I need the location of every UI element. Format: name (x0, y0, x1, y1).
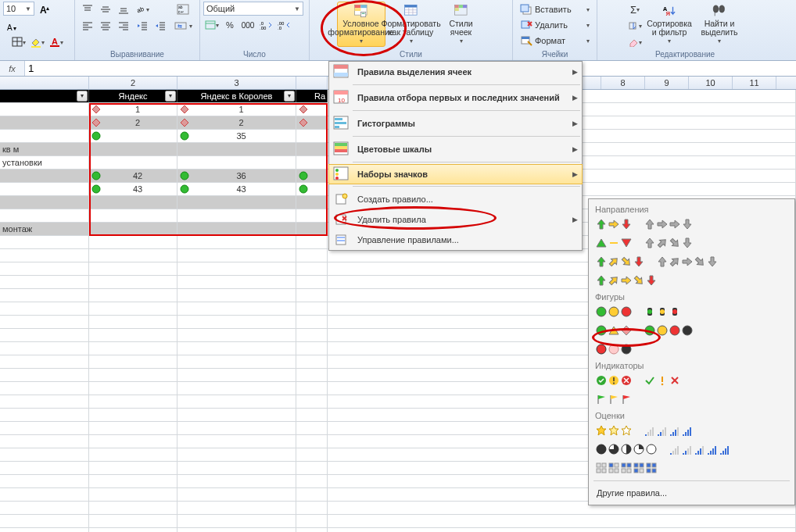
cell[interactable] (177, 342, 296, 355)
cell[interactable] (89, 435, 177, 448)
menu-item-manage-rules[interactable]: Управление правилами... (329, 230, 582, 250)
cell[interactable] (0, 183, 89, 195)
sort-filter-button[interactable]: AЯ Сортировка и фильтр▾ (645, 2, 694, 47)
cell[interactable] (177, 249, 296, 262)
cell[interactable] (0, 342, 89, 355)
cell[interactable] (89, 369, 177, 381)
cell[interactable] (0, 435, 89, 448)
cell[interactable] (0, 236, 89, 248)
icon-set-option[interactable] (654, 253, 720, 270)
cell[interactable] (296, 302, 328, 315)
column-header[interactable]: 2 (89, 77, 177, 89)
cell[interactable] (177, 276, 296, 288)
icon-set-option[interactable] (593, 234, 634, 252)
cell[interactable] (89, 502, 177, 514)
percent-button[interactable]: % (221, 17, 238, 33)
cell[interactable] (177, 475, 296, 487)
icon-set-option[interactable] (593, 303, 634, 320)
cell[interactable] (89, 329, 177, 341)
icon-set-option[interactable] (642, 372, 683, 389)
cell[interactable] (89, 488, 177, 501)
menu-item-top-bottom[interactable]: 10Правила отбора первых и последних знач… (329, 87, 582, 108)
column-header[interactable]: 3 (177, 77, 296, 89)
cell[interactable] (177, 316, 296, 328)
cell[interactable] (89, 382, 177, 395)
align-center-button[interactable] (97, 18, 114, 34)
icon-set-option[interactable] (642, 303, 683, 320)
cell[interactable] (177, 355, 296, 368)
cell[interactable] (0, 502, 89, 514)
borders-button[interactable]: ▾ (10, 34, 27, 50)
cell[interactable] (0, 475, 89, 487)
menu-item-new-rule[interactable]: Создать правило... (329, 189, 582, 209)
icon-set-option[interactable] (593, 253, 647, 270)
comma-style-button[interactable]: 000 (239, 17, 256, 33)
cell[interactable] (177, 289, 296, 302)
align-bottom-button[interactable] (115, 2, 132, 17)
cell[interactable] (0, 103, 89, 116)
cell[interactable] (296, 289, 328, 302)
cell[interactable] (89, 462, 177, 474)
icon-set-option[interactable] (593, 422, 634, 439)
cell[interactable] (0, 448, 89, 461)
align-middle-button[interactable] (97, 2, 114, 17)
cell[interactable] (296, 422, 328, 434)
cell[interactable] (296, 316, 328, 328)
cell[interactable] (0, 528, 89, 532)
column-header[interactable]: 11 (733, 77, 776, 89)
format-button[interactable]: Формат▾ (516, 33, 593, 48)
table-header-cell[interactable]: Яндекс в Королев▾ (177, 90, 296, 102)
font-color-button[interactable]: A▾ (48, 34, 65, 50)
cell[interactable] (177, 515, 296, 527)
cell[interactable] (0, 130, 89, 142)
cell[interactable] (0, 116, 89, 129)
fill-button[interactable]: ▾ (626, 18, 644, 34)
icon-set-option[interactable] (593, 341, 634, 358)
conditional-formatting-button[interactable]: Условное форматирование▾ (337, 2, 385, 47)
cell[interactable] (0, 316, 89, 328)
cell[interactable] (296, 329, 328, 341)
cell[interactable] (296, 369, 328, 381)
icon-set-option[interactable] (642, 234, 695, 252)
cell-styles-button[interactable]: Стили ячеек▾ (437, 2, 486, 47)
icon-set-option[interactable] (593, 391, 634, 408)
cell[interactable] (0, 209, 89, 222)
increase-font-button[interactable]: A▴ (36, 2, 53, 17)
cell[interactable] (0, 395, 89, 408)
decrease-decimal-button[interactable]: ,00,0 (275, 17, 292, 33)
icon-set-option[interactable] (642, 422, 695, 439)
cell[interactable] (89, 249, 177, 262)
cell[interactable] (0, 462, 89, 474)
cell[interactable] (177, 409, 296, 421)
cell[interactable] (177, 382, 296, 395)
menu-item-icon-sets[interactable]: Наборы значков▶ (328, 164, 583, 184)
cell[interactable] (89, 289, 177, 302)
column-header[interactable]: 9 (645, 77, 689, 89)
icon-set-option[interactable] (593, 459, 659, 477)
table-header-cell[interactable]: Яндекс▾ (89, 90, 177, 102)
insert-button[interactable]: Вставить▾ (516, 2, 593, 17)
cell[interactable] (89, 515, 177, 527)
cell[interactable] (89, 422, 177, 434)
cell[interactable] (296, 395, 328, 408)
icon-set-option[interactable] (593, 372, 634, 389)
filter-dropdown-icon[interactable]: ▾ (77, 91, 88, 102)
cell[interactable] (0, 289, 89, 302)
cell[interactable] (0, 196, 89, 209)
find-select-button[interactable]: Найти и выделить▾ (695, 2, 744, 47)
cell[interactable] (89, 409, 177, 421)
wrap-text-button[interactable]: abc↵ (170, 2, 196, 17)
cell[interactable] (296, 342, 328, 355)
cell[interactable] (0, 262, 89, 275)
table-header-cell[interactable]: Ra (296, 90, 328, 102)
filter-dropdown-icon[interactable]: ▾ (165, 91, 176, 102)
column-header[interactable] (582, 77, 601, 89)
cell[interactable] (296, 409, 328, 421)
font-size-select[interactable]: 10▼ (3, 2, 34, 16)
cell[interactable] (177, 448, 296, 461)
menu-item-color-scales[interactable]: Цветовые шкалы▶ (329, 139, 582, 159)
cell[interactable] (0, 355, 89, 368)
cell[interactable] (296, 528, 328, 532)
cell[interactable] (296, 435, 328, 448)
cell[interactable] (296, 462, 328, 474)
